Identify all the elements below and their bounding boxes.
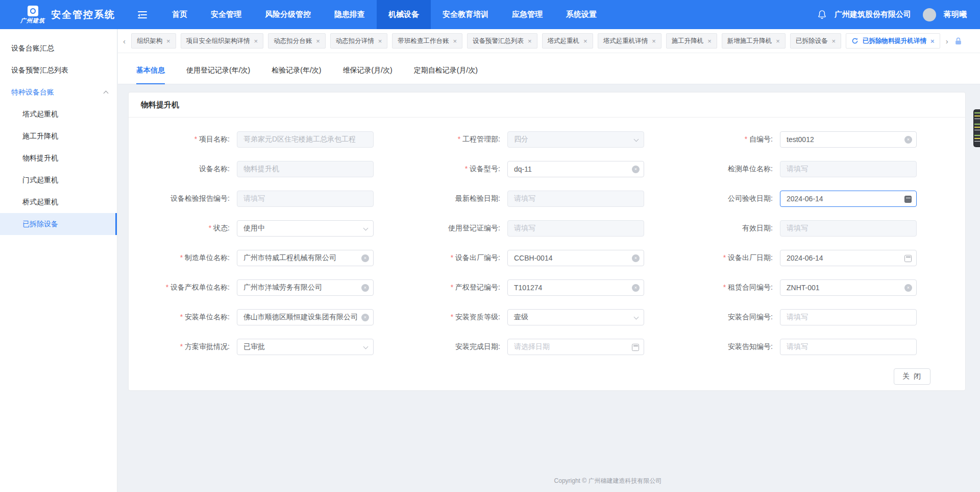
close-button[interactable]: 关 闭 [894, 368, 930, 385]
sidebar-item[interactable]: 物料提升机 [0, 147, 117, 169]
tab-active[interactable]: 已拆除物料提升机详情× [846, 33, 940, 49]
nav-item[interactable]: 应急管理 [500, 0, 554, 29]
field-label: 使用登记证编号: [402, 224, 507, 233]
sub-tab[interactable]: 定期自检记录(月/次) [414, 66, 478, 84]
tab[interactable]: 已拆除设备× [790, 33, 841, 49]
tab[interactable]: 动态扣分台账× [268, 33, 326, 49]
close-icon[interactable]: × [528, 38, 532, 44]
close-icon[interactable]: × [707, 38, 712, 44]
sub-tab[interactable]: 基本信息 [136, 66, 165, 84]
text-input[interactable]: dq-11× [507, 161, 644, 177]
text-input[interactable]: 广州市洋城劳务有限公司× [237, 279, 374, 296]
close-icon[interactable]: × [254, 38, 258, 44]
sidebar-item[interactable]: 特种设备台账 [0, 81, 117, 103]
tab-scroll-right-icon[interactable]: › [945, 37, 949, 45]
sidebar-item[interactable]: 设备预警汇总列表 [0, 59, 117, 81]
collapse-menu-icon[interactable] [138, 11, 147, 18]
sub-tab[interactable]: 维保记录(月/次) [342, 66, 392, 84]
close-icon[interactable]: × [453, 38, 457, 44]
avatar[interactable] [923, 8, 936, 21]
close-icon[interactable]: × [316, 38, 320, 44]
close-icon[interactable]: × [930, 38, 935, 44]
field-label: 安装告知编号: [673, 342, 780, 352]
text-input[interactable]: 佛山市顺德区顺恒建设集团有限公司× [237, 309, 374, 325]
tab[interactable]: 施工升降机× [666, 33, 717, 49]
close-icon[interactable]: × [166, 38, 170, 44]
form-field: 设备检验报告编号:请填写 [129, 191, 402, 207]
sidebar-item[interactable]: 塔式起重机 [0, 103, 117, 125]
sidebar-item-label: 施工升降机 [22, 132, 58, 141]
select-input[interactable]: 壹级 [507, 309, 644, 325]
tab[interactable]: 组织架构× [131, 33, 176, 49]
nav-item[interactable]: 安全管理 [199, 0, 253, 29]
text-input[interactable]: 请填写 [780, 339, 917, 355]
select-input[interactable]: 使用中 [237, 220, 374, 237]
company-name: 广州建筑股份有限公司 [835, 10, 911, 19]
tab[interactable]: 带班检查工作台账× [392, 33, 462, 49]
clear-icon[interactable]: × [632, 166, 640, 173]
select-input[interactable]: 已审批 [237, 339, 374, 355]
close-icon[interactable]: × [378, 38, 382, 44]
close-icon[interactable]: × [776, 38, 780, 44]
close-icon[interactable]: × [652, 38, 656, 44]
clear-icon[interactable]: × [904, 284, 912, 292]
text-input[interactable]: CCBH-0014× [507, 250, 644, 266]
tab[interactable]: 新增施工升降机× [722, 33, 786, 49]
lock-icon[interactable] [954, 37, 963, 45]
nav-item[interactable]: 安全教育培训 [431, 0, 500, 29]
clear-icon[interactable]: × [361, 254, 369, 262]
close-icon[interactable]: × [583, 38, 587, 44]
sidebar-item[interactable]: 门式起重机 [0, 169, 117, 191]
clear-icon[interactable]: × [632, 284, 640, 292]
form-field: *设备出厂日期:2024-06-14 [673, 250, 917, 266]
page-footer: Copyright © 广州穗建建造科技有限公司 [236, 477, 980, 485]
clear-icon[interactable]: × [361, 284, 369, 292]
calendar-icon [632, 344, 639, 351]
nav-item[interactable]: 系统设置 [554, 0, 608, 29]
text-input[interactable]: 请填写 [780, 309, 917, 325]
input-value: CCBH-0014 [514, 254, 552, 262]
form-field: 安装合同编号:请填写 [673, 309, 917, 325]
sidebar-item[interactable]: 桥式起重机 [0, 191, 117, 213]
sidebar-item-label: 设备预警汇总列表 [11, 66, 68, 75]
nav-item[interactable]: 隐患排查 [323, 0, 377, 29]
tab[interactable]: 项目安全组织架构详情× [181, 33, 264, 49]
username[interactable]: 蒋明曦 [944, 10, 967, 19]
text-input[interactable]: 广州市特威工程机械有限公司× [237, 250, 374, 266]
clear-icon[interactable]: × [904, 136, 912, 144]
clear-icon[interactable]: × [361, 314, 369, 321]
card-title: 物料提升机 [129, 92, 965, 118]
notification-bell-icon[interactable] [817, 10, 827, 20]
sub-tab[interactable]: 使用登记记录(年/次) [186, 66, 250, 84]
sidebar-item[interactable]: 设备台账汇总 [0, 37, 117, 59]
date-input[interactable]: 2024-06-14 [780, 250, 917, 266]
text-input[interactable]: T101274× [507, 279, 644, 296]
tab-label: 带班检查工作台账 [398, 37, 449, 45]
tab[interactable]: 塔式起重机详情× [598, 33, 662, 49]
form-field: *自编号:test0012× [673, 131, 917, 148]
tab-scroll-left-icon[interactable]: ‹ [122, 37, 127, 45]
text-input[interactable]: test0012× [780, 131, 917, 148]
required-asterisk: * [180, 253, 183, 262]
floating-widget[interactable] [973, 109, 980, 147]
refresh-icon[interactable] [851, 37, 859, 44]
sidebar-item[interactable]: 已拆除设备 [0, 213, 117, 235]
sidebar-item[interactable]: 施工升降机 [0, 125, 117, 147]
clear-icon[interactable]: × [632, 254, 640, 262]
tab-label: 已拆除设备 [796, 37, 828, 45]
required-asterisk: * [451, 253, 453, 262]
tab[interactable]: 设备预警汇总列表× [467, 33, 537, 49]
tab[interactable]: 动态扣分详情× [330, 33, 388, 49]
form-field: *设备出厂编号:CCBH-0014× [402, 250, 673, 266]
nav-item[interactable]: 机械设备 [377, 0, 431, 29]
date-input[interactable]: 请选择日期 [507, 339, 644, 355]
tab[interactable]: 塔式起重机× [542, 33, 593, 49]
date-input[interactable]: 2024-06-14 [780, 191, 917, 207]
form-field: 安装完成日期:请选择日期 [402, 339, 673, 355]
sub-tab[interactable]: 检验记录(年/次) [272, 66, 321, 84]
nav-item[interactable]: 首页 [160, 0, 199, 29]
form-row: *状态:使用中使用登记证编号:请填写有效日期:请填写 [129, 220, 917, 237]
text-input[interactable]: ZNHT-001× [780, 279, 917, 296]
nav-item[interactable]: 风险分级管控 [253, 0, 323, 29]
close-icon[interactable]: × [831, 38, 836, 44]
